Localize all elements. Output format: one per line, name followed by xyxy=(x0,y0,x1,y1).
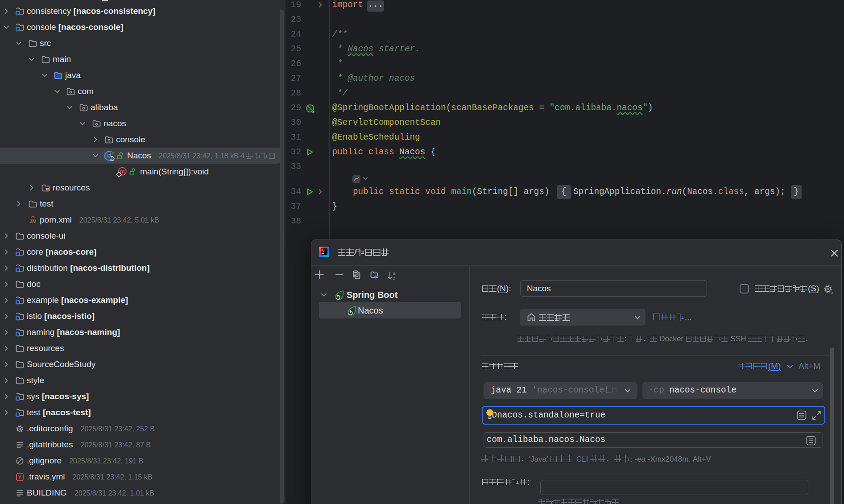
svg-text:IU: IU xyxy=(322,249,325,252)
svg-text:m: m xyxy=(30,216,36,225)
svg-text:Y: Y xyxy=(18,475,22,480)
svg-text:z: z xyxy=(393,276,395,281)
svg-text:a: a xyxy=(393,271,396,276)
